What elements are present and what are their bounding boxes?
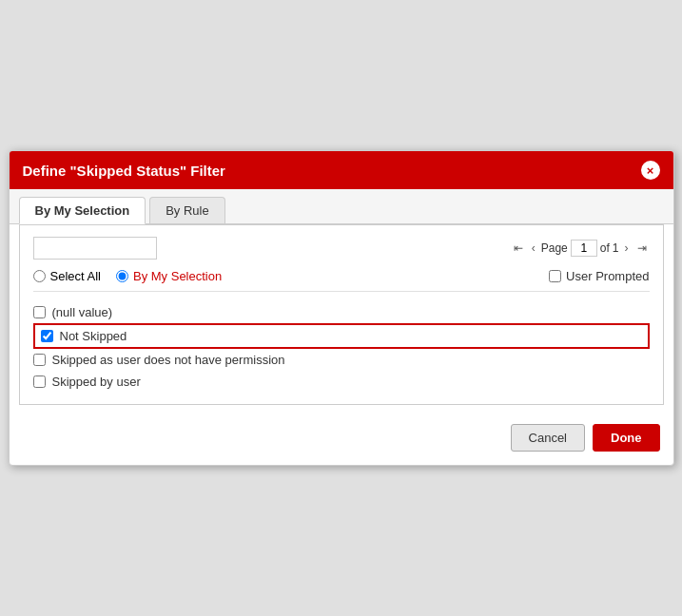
select-all-radio[interactable]: [33, 270, 46, 282]
filter-mode-row: Select All By My Selection User Prompted: [33, 269, 650, 292]
tab-by-rule[interactable]: By Rule: [149, 197, 225, 223]
total-pages: 1: [613, 241, 619, 255]
pagination: ⇤ ‹ Page of 1 › ⇥: [511, 240, 650, 257]
skipped-by-user-checkbox[interactable]: [33, 375, 46, 388]
tab-by-my-selection[interactable]: By My Selection: [19, 197, 146, 224]
not-skipped-label[interactable]: Not Skipped: [60, 329, 127, 343]
next-page-button[interactable]: ›: [622, 241, 632, 256]
cancel-button[interactable]: Cancel: [511, 424, 585, 452]
select-all-label: Select All: [50, 269, 101, 283]
user-prompted-checkbox[interactable]: [549, 270, 561, 282]
null-value-label[interactable]: (null value): [52, 305, 113, 319]
null-value-checkbox[interactable]: [33, 306, 46, 318]
search-input[interactable]: [33, 237, 157, 260]
radio-option-by-my-selection[interactable]: By My Selection: [116, 269, 222, 283]
by-my-selection-radio[interactable]: [116, 270, 128, 282]
skipped-no-permission-label[interactable]: Skipped as user does not have permission: [52, 353, 285, 367]
dialog-body: ⇤ ‹ Page of 1 › ⇥ Select All By My Selec…: [19, 224, 664, 405]
item-not-skipped: Not Skipped: [33, 323, 650, 349]
dialog-title: Define "Skipped Status" Filter: [23, 163, 225, 179]
of-label: of: [600, 241, 610, 255]
tab-bar: By My Selection By Rule: [10, 189, 673, 224]
dialog-footer: Cancel Done: [10, 414, 673, 465]
prev-page-button[interactable]: ‹: [529, 241, 538, 256]
by-my-selection-label: By My Selection: [133, 269, 222, 283]
radio-option-select-all[interactable]: Select All: [33, 269, 101, 283]
dialog-header: Define "Skipped Status" Filter ×: [10, 151, 673, 189]
first-page-button[interactable]: ⇤: [511, 241, 526, 256]
filter-dialog: Define "Skipped Status" Filter × By My S…: [9, 150, 674, 466]
close-button[interactable]: ×: [641, 161, 660, 180]
skipped-by-user-label[interactable]: Skipped by user: [52, 375, 141, 389]
not-skipped-checkbox[interactable]: [41, 330, 53, 342]
user-prompted-option: User Prompted: [549, 269, 649, 283]
done-button[interactable]: Done: [593, 424, 660, 452]
item-skipped-no-permission: Skipped as user does not have permission: [33, 349, 650, 371]
toolbar-row: ⇤ ‹ Page of 1 › ⇥: [33, 237, 650, 260]
page-label: Page: [541, 241, 568, 255]
last-page-button[interactable]: ⇥: [634, 241, 650, 256]
item-null-value: (null value): [33, 301, 650, 323]
item-skipped-by-user: Skipped by user: [33, 371, 650, 393]
skipped-no-permission-checkbox[interactable]: [33, 354, 46, 366]
user-prompted-label: User Prompted: [566, 269, 649, 283]
page-number-input[interactable]: [571, 240, 597, 257]
